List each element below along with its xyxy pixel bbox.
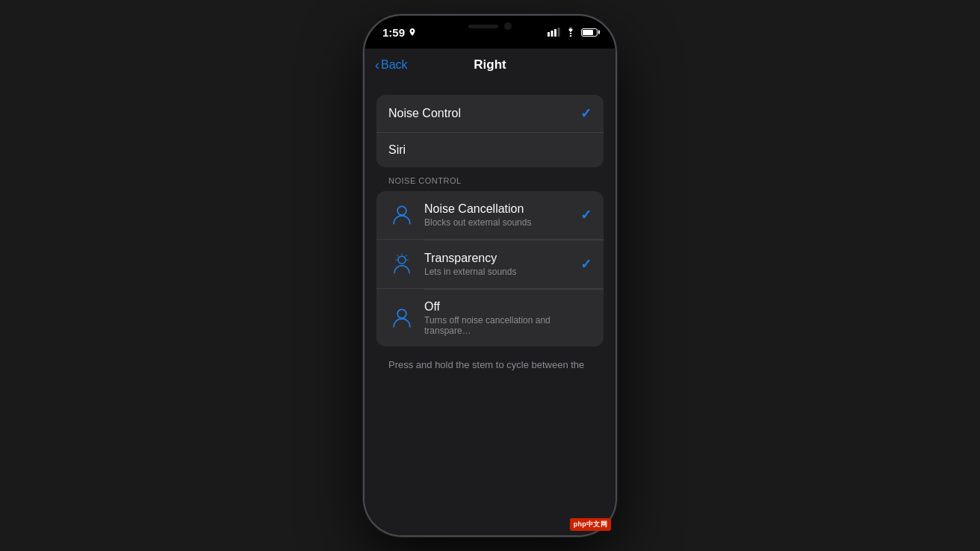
transparency-title: Transparency <box>424 252 574 265</box>
siri-row[interactable]: Siri <box>376 133 604 167</box>
main-options-group: Noise Control ✓ Siri <box>376 95 604 167</box>
svg-point-12 <box>397 309 406 318</box>
battery-fill <box>583 30 593 35</box>
off-row[interactable]: Off Turns off noise cancellation and tra… <box>376 290 604 346</box>
noise-options-group: Noise Cancellation Blocks out external s… <box>376 191 604 346</box>
battery-body <box>581 28 598 37</box>
noise-cancellation-row[interactable]: Noise Cancellation Blocks out external s… <box>376 191 604 240</box>
noise-control-section-header: NOISE CONTROL <box>376 176 604 191</box>
watermark: php中文网 <box>570 518 611 531</box>
nav-bar: ‹ Back Right <box>365 49 615 80</box>
siri-label: Siri <box>388 143 406 157</box>
screen-content: Noise Control ✓ Siri NOISE CONTROL <box>365 80 615 535</box>
svg-line-10 <box>397 255 398 256</box>
svg-rect-3 <box>558 28 560 37</box>
noise-cancellation-title: Noise Cancellation <box>424 202 574 216</box>
noise-control-label: Noise Control <box>388 107 461 120</box>
noise-control-checkmark: ✓ <box>580 105 592 122</box>
phone-wrapper: 1:59 <box>363 14 617 537</box>
noise-control-row[interactable]: Noise Control ✓ <box>376 95 604 133</box>
page-title: Right <box>474 57 506 72</box>
transparency-checkmark: ✓ <box>580 256 592 273</box>
notch <box>441 16 539 37</box>
noise-cancellation-icon <box>388 202 415 228</box>
location-icon <box>408 28 417 37</box>
signal-icon <box>548 28 560 37</box>
off-subtitle: Turns off noise cancellation and transpa… <box>424 315 592 336</box>
time-display: 1:59 <box>382 26 405 39</box>
wifi-icon <box>565 28 577 37</box>
transparency-subtitle: Lets in external sounds <box>424 267 574 277</box>
phone-screen: 1:59 <box>365 16 615 535</box>
phone-frame: 1:59 <box>363 14 617 537</box>
svg-rect-2 <box>554 29 556 37</box>
off-icon <box>388 305 415 331</box>
noise-cancellation-text: Noise Cancellation Blocks out external s… <box>424 202 574 228</box>
svg-point-6 <box>398 256 406 264</box>
back-chevron-icon: ‹ <box>375 58 379 72</box>
transparency-row[interactable]: Transparency Lets in external sounds ✓ <box>376 240 604 289</box>
noise-cancellation-checkmark: ✓ <box>580 207 592 223</box>
transparency-icon <box>388 251 415 278</box>
back-button[interactable]: ‹ Back <box>375 58 408 72</box>
off-text: Off Turns off noise cancellation and tra… <box>424 300 592 336</box>
noise-cancellation-subtitle: Blocks out external sounds <box>424 217 574 228</box>
status-bar: 1:59 <box>365 16 615 49</box>
transparency-text: Transparency Lets in external sounds <box>424 252 574 277</box>
footer-text: Press and hold the stem to cycle between… <box>376 358 604 372</box>
status-time: 1:59 <box>382 26 417 39</box>
svg-line-8 <box>406 255 406 256</box>
battery-icon <box>581 28 598 37</box>
svg-point-5 <box>397 206 406 215</box>
svg-point-4 <box>570 35 572 37</box>
notch-speaker <box>468 25 498 28</box>
svg-rect-1 <box>551 31 553 37</box>
back-label: Back <box>381 58 408 72</box>
off-title: Off <box>424 300 592 314</box>
notch-camera <box>504 22 512 30</box>
svg-rect-0 <box>548 32 550 37</box>
status-icons <box>548 28 598 37</box>
